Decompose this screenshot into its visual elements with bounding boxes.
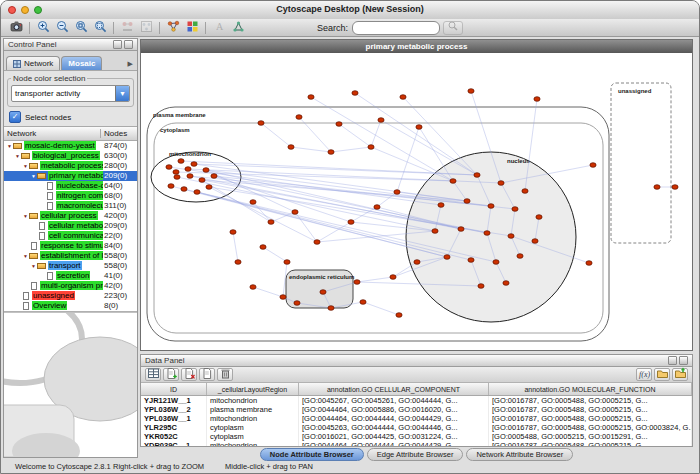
table-cell[interactable]: [GO:0005488, GO:0005215, GO:0015291, G..… xyxy=(489,432,692,441)
tree-expand-icon[interactable]: ▼ xyxy=(6,141,13,151)
network-node[interactable] xyxy=(484,231,490,236)
network-node[interactable] xyxy=(468,89,474,94)
network-node[interactable] xyxy=(508,234,514,239)
tree-column-nodes[interactable]: Nodes xyxy=(101,129,137,138)
table-cell[interactable]: [GO:0016787, GO:0005488, GO:0005215, G..… xyxy=(489,396,692,405)
float-panel-icon[interactable] xyxy=(113,40,122,49)
network-node[interactable] xyxy=(474,173,480,178)
network-node[interactable] xyxy=(166,165,172,170)
network-node[interactable] xyxy=(284,260,290,265)
table-cell[interactable]: [GO:0045263, GO:0044444, GO:0044446, G..… xyxy=(299,423,489,432)
zoom-fit-button[interactable] xyxy=(91,20,109,35)
import-table-button[interactable] xyxy=(672,368,688,381)
tree-row[interactable]: Overview8(0) xyxy=(4,301,137,311)
minimize-window-button[interactable] xyxy=(21,6,29,14)
column-header[interactable]: annotation.GO MOLECULAR_FUNCTION xyxy=(489,383,692,395)
table-row[interactable]: YPL036W__1mitochondrion[GO:0044464, GO:0… xyxy=(141,414,692,423)
network-node[interactable] xyxy=(336,122,342,127)
open-attribute-file-button[interactable] xyxy=(654,368,670,381)
network-node[interactable] xyxy=(320,290,326,295)
tree-expand-icon[interactable]: ▼ xyxy=(22,251,29,261)
tab-network[interactable]: Network xyxy=(6,56,60,70)
clear-values-button[interactable] xyxy=(199,368,215,381)
tree-row[interactable]: ▼establishment of lo...558(0) xyxy=(4,251,137,261)
column-header[interactable]: _cellularLayoutRegion xyxy=(207,383,299,395)
table-cell[interactable]: [GO:0044464, GO:0005886, GO:0016020, G..… xyxy=(299,405,489,414)
table-cell[interactable]: YKR052C xyxy=(141,432,207,441)
network-node[interactable] xyxy=(390,275,396,280)
network-node[interactable] xyxy=(314,240,320,245)
table-cell[interactable]: [GO:0044464, GO:0044444, GO:0044429, G..… xyxy=(299,414,489,423)
tree-row[interactable]: ▼primary metabolic process209(0) xyxy=(4,171,137,181)
tree-row[interactable]: unassigned223(0) xyxy=(4,291,137,301)
network-node[interactable] xyxy=(493,260,499,265)
network-node[interactable] xyxy=(503,281,509,286)
network-node[interactable] xyxy=(288,145,294,150)
network-node[interactable] xyxy=(199,178,205,183)
network-node[interactable] xyxy=(396,313,402,318)
network-node[interactable] xyxy=(296,115,302,120)
close-panel-icon[interactable] xyxy=(124,40,133,49)
network-node[interactable] xyxy=(230,230,236,235)
tree-expand-icon[interactable]: ▼ xyxy=(22,211,29,221)
select-attributes-button[interactable] xyxy=(145,368,161,381)
network-node[interactable] xyxy=(352,91,358,96)
layout-button[interactable] xyxy=(229,20,247,35)
table-cell[interactable]: [GO:0045267, GO:0045261, GO:0044444, G..… xyxy=(299,396,489,405)
network-node[interactable] xyxy=(191,162,197,167)
network-node[interactable] xyxy=(206,185,212,190)
table-cell[interactable]: YPL036W__2 xyxy=(141,405,207,414)
table-cell[interactable]: YLR295C xyxy=(141,423,207,432)
network-node[interactable] xyxy=(168,184,174,189)
network-node[interactable] xyxy=(260,245,266,250)
network-node[interactable] xyxy=(586,261,592,266)
network-node[interactable] xyxy=(368,145,374,150)
table-row[interactable]: YPL036W__2plasma membrane[GO:0044464, GO… xyxy=(141,405,692,414)
table-cell[interactable]: [GO:0016787, GO:0005488, GO:0005215, GO:… xyxy=(489,423,692,432)
network-node[interactable] xyxy=(414,260,420,265)
table-cell[interactable]: mitochondrion xyxy=(207,414,299,423)
close-panel-icon[interactable] xyxy=(679,356,688,365)
network-node[interactable] xyxy=(450,179,456,184)
tree-row[interactable]: multi-organism pro...42(0) xyxy=(4,281,137,291)
zoom-in-button[interactable] xyxy=(34,20,52,35)
network-node[interactable] xyxy=(534,97,540,102)
tab-mosaic[interactable]: Mosaic xyxy=(61,56,102,70)
close-window-button[interactable] xyxy=(8,6,16,14)
tree-row[interactable]: cellular metabolic...209(0) xyxy=(4,221,137,231)
tree-column-network[interactable]: Network xyxy=(4,129,101,138)
network-node[interactable] xyxy=(174,175,180,180)
table-cell[interactable]: [GO:0016787, GO:0005488, GO:0005215, G..… xyxy=(489,414,692,423)
network-node[interactable] xyxy=(348,220,354,225)
network-node[interactable] xyxy=(268,220,274,225)
tree-row[interactable]: ▼mosaic-demo-yeast874(0) xyxy=(4,141,137,151)
table-cell[interactable]: [GO:0016021, GO:0044425, GO:0031224, G..… xyxy=(299,432,489,441)
create-attribute-button[interactable] xyxy=(163,368,179,381)
tree-row[interactable]: ▼biological_process630(0) xyxy=(4,151,137,161)
delete-table-button[interactable] xyxy=(217,368,233,381)
tree-row[interactable]: macromolecule me...311(0) xyxy=(4,201,137,211)
network-canvas[interactable]: plasma membranecytoplasmmitochondrionnuc… xyxy=(141,53,692,350)
search-button[interactable] xyxy=(443,21,463,35)
tab-scroll-right-icon[interactable]: ▶ xyxy=(128,60,135,70)
tree-row[interactable]: ▼metabolic process280(0) xyxy=(4,161,137,171)
network-node[interactable] xyxy=(378,118,384,123)
network-node[interactable] xyxy=(280,295,286,300)
tree-row[interactable]: secretion41(0) xyxy=(4,271,137,281)
network-node[interactable] xyxy=(181,187,187,192)
vizmapper-button[interactable] xyxy=(183,20,201,35)
zoom-window-button[interactable] xyxy=(34,6,42,14)
table-row[interactable]: YDR039C__1mitochondrion[GO:0044464, GO:0… xyxy=(141,441,692,446)
network-node[interactable] xyxy=(203,168,209,173)
tree-expand-icon[interactable]: ▼ xyxy=(30,171,37,181)
network-node[interactable] xyxy=(250,200,256,205)
table-cell[interactable]: [GO:0044464, GO:0044444, GO:0044429, G..… xyxy=(299,441,489,446)
network-node[interactable] xyxy=(308,95,314,100)
network-node[interactable] xyxy=(416,125,422,130)
network-node[interactable] xyxy=(173,170,179,175)
network-node[interactable] xyxy=(258,121,264,126)
network-node[interactable] xyxy=(536,215,542,220)
table-row[interactable]: YLR295Ccytoplasm[GO:0045263, GO:0044444,… xyxy=(141,423,692,432)
tree-row[interactable]: nitrogen compound...68(0) xyxy=(4,191,137,201)
float-panel-icon[interactable] xyxy=(668,356,677,365)
